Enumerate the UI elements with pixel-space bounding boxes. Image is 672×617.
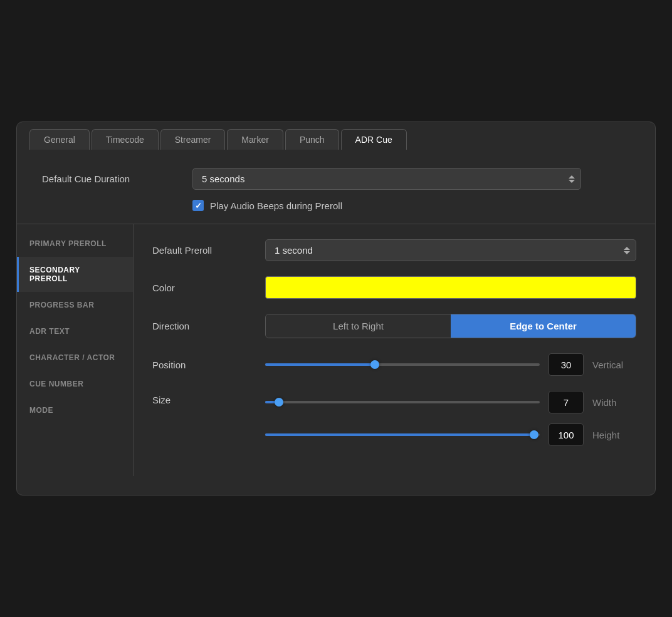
sidebar-item-secondary-preroll[interactable]: SECONDARY PREROLL — [17, 257, 133, 292]
sidebar-item-cue-number[interactable]: CUE NUMBER — [17, 371, 133, 397]
position-label: Position — [152, 360, 265, 370]
tab-marker[interactable]: Marker — [227, 129, 283, 150]
position-thumb[interactable] — [370, 360, 379, 369]
direction-toggle: Left to Right Edge to Center — [265, 314, 636, 338]
width-thumb[interactable] — [275, 398, 283, 407]
tab-adr-cue[interactable]: ADR Cue — [341, 129, 407, 150]
direction-right-btn[interactable]: Edge to Center — [451, 314, 636, 338]
tab-punch[interactable]: Punch — [285, 129, 339, 150]
position-track[interactable] — [265, 363, 540, 366]
color-row: Color — [152, 276, 636, 299]
size-row: Size 7 Width — [152, 391, 636, 446]
settings-panel: General Timecode Streamer Marker Punch A… — [16, 122, 656, 495]
height-value[interactable]: 100 — [549, 423, 584, 446]
height-fill — [265, 433, 534, 436]
width-track[interactable] — [265, 401, 540, 403]
tab-timecode[interactable]: Timecode — [92, 129, 159, 150]
width-unit: Width — [592, 397, 636, 408]
sidebar-item-primary-preroll[interactable]: PRIMARY PREROLL — [17, 231, 133, 257]
duration-row: Default Cue Duration 5 seconds — [42, 168, 630, 190]
sidebar-item-character-actor[interactable]: CHARACTER / ACTOR — [17, 345, 133, 371]
direction-left-btn[interactable]: Left to Right — [266, 314, 451, 338]
height-unit: Height — [592, 430, 636, 440]
main-content: PRIMARY PREROLL SECONDARY PREROLL PROGRE… — [17, 224, 655, 476]
preroll-label: Default Preroll — [152, 245, 265, 256]
position-row: Position 30 Vertical — [152, 353, 636, 376]
position-unit: Vertical — [592, 360, 636, 370]
sidebar-item-mode[interactable]: MODE — [17, 397, 133, 423]
duration-label: Default Cue Duration — [42, 174, 192, 184]
tab-bar: General Timecode Streamer Marker Punch A… — [17, 122, 655, 150]
width-value[interactable]: 7 — [549, 391, 584, 413]
color-picker[interactable] — [265, 276, 636, 299]
position-fill — [265, 363, 375, 366]
size-controls: 7 Width 100 Height — [265, 391, 636, 446]
preroll-select[interactable]: 1 second — [265, 239, 636, 261]
height-thumb[interactable] — [530, 430, 538, 439]
play-audio-checkbox[interactable] — [192, 200, 204, 211]
duration-select[interactable]: 5 seconds — [192, 168, 581, 190]
tab-streamer[interactable]: Streamer — [160, 129, 226, 150]
height-row: 100 Height — [265, 423, 636, 446]
preroll-row: Default Preroll 1 second — [152, 239, 636, 261]
direction-label: Direction — [152, 321, 265, 331]
width-row: 7 Width — [265, 391, 636, 413]
play-audio-label: Play Audio Beeps during Preroll — [210, 200, 342, 211]
direction-row: Direction Left to Right Edge to Center — [152, 314, 636, 338]
top-section: Default Cue Duration 5 seconds Play Audi… — [17, 150, 655, 224]
sidebar-item-adr-text[interactable]: ADR TEXT — [17, 318, 133, 345]
preroll-select-wrapper: 1 second — [265, 239, 636, 261]
content-panel: Default Preroll 1 second Color — [133, 224, 655, 476]
position-slider-group: 30 Vertical — [265, 353, 636, 376]
position-value[interactable]: 30 — [549, 353, 584, 376]
tab-general[interactable]: General — [29, 129, 90, 150]
checkbox-row: Play Audio Beeps during Preroll — [192, 200, 630, 211]
size-label: Size — [152, 391, 265, 405]
sidebar-item-progress-bar[interactable]: PROGRESS BAR — [17, 292, 133, 318]
sidebar: PRIMARY PREROLL SECONDARY PREROLL PROGRE… — [17, 224, 133, 476]
duration-select-wrapper: 5 seconds — [192, 168, 581, 190]
color-label: Color — [152, 283, 265, 293]
height-track[interactable] — [265, 433, 540, 436]
